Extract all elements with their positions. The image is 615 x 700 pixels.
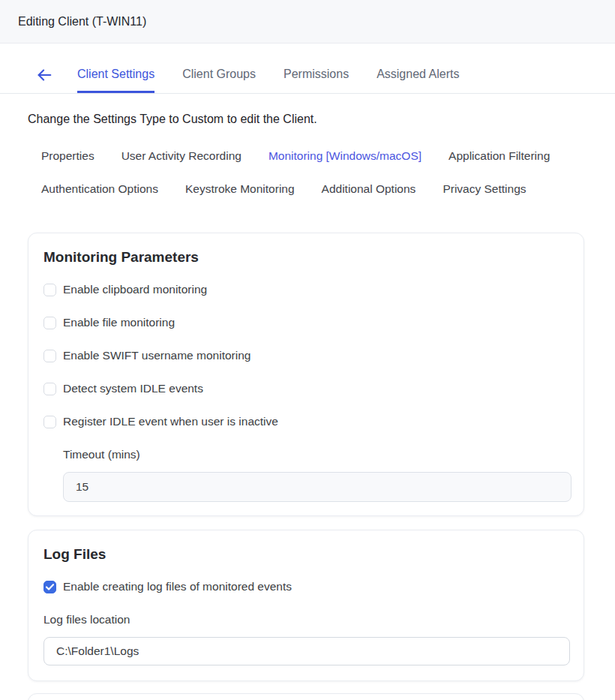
left-arrow-icon (36, 67, 52, 83)
checkbox-row: Enable file monitoring (44, 316, 568, 329)
settings-subtab-bar: Properties User Activity Recording Monit… (0, 140, 615, 206)
card-title: Monitoring Parameters (44, 248, 568, 266)
checkbox-label[interactable]: Enable creating log files of monitored e… (63, 580, 292, 593)
back-button[interactable] (35, 66, 53, 84)
main-tab-bar: Client Settings Client Groups Permission… (0, 66, 615, 94)
subtab-additional-options[interactable]: Additional Options (322, 173, 416, 206)
enable-log-files-checkbox[interactable] (44, 581, 56, 593)
log-files-location-label: Log files location (44, 613, 568, 626)
tab-assigned-alerts[interactable]: Assigned Alerts (376, 68, 459, 93)
file-monitoring-checkbox[interactable] (44, 317, 56, 329)
checkbox-row: Enable creating log files of monitored e… (44, 580, 568, 593)
log-files-location-input[interactable] (44, 637, 570, 665)
checkbox-label[interactable]: Enable clipboard monitoring (63, 283, 207, 296)
swift-username-monitoring-checkbox[interactable] (44, 350, 56, 362)
subtab-authentication-options[interactable]: Authentication Options (41, 173, 158, 206)
subtab-application-filtering[interactable]: Application Filtering (448, 140, 550, 173)
checkbox-label[interactable]: Register IDLE event when user is inactiv… (63, 415, 278, 428)
checkbox-label[interactable]: Enable file monitoring (63, 316, 175, 329)
subtab-user-activity-recording[interactable]: User Activity Recording (122, 140, 242, 173)
subtab-properties[interactable]: Properties (41, 140, 94, 173)
settings-type-notice: Change the Settings Type to Custom to ed… (28, 113, 615, 126)
subtab-privacy-settings[interactable]: Privacy Settings (442, 173, 526, 206)
tab-client-settings[interactable]: Client Settings (77, 68, 154, 93)
checkbox-row: Enable SWIFT username monitoring (44, 349, 568, 362)
checkmark-icon (46, 584, 54, 590)
subtab-monitoring-windows-macos[interactable]: Monitoring [Windows/macOS] (268, 140, 422, 173)
page-title: Editing Client (T-WIN11) (18, 15, 146, 29)
tab-permissions[interactable]: Permissions (284, 68, 349, 93)
timeout-input[interactable] (63, 472, 572, 502)
checkbox-row: Detect system IDLE events (44, 382, 568, 395)
checkbox-label[interactable]: Detect system IDLE events (63, 382, 203, 395)
monitoring-parameters-card: Monitoring Parameters Enable clipboard m… (28, 233, 584, 516)
window-title-bar: Editing Client (T-WIN11) (0, 0, 615, 44)
checkbox-label[interactable]: Enable SWIFT username monitoring (63, 349, 250, 362)
card-title: Log Files (44, 545, 568, 563)
next-card-partial (28, 693, 584, 700)
register-idle-event-checkbox[interactable] (44, 416, 56, 428)
clipboard-monitoring-checkbox[interactable] (44, 284, 56, 296)
detect-idle-events-checkbox[interactable] (44, 383, 56, 395)
log-files-card: Log Files Enable creating log files of m… (28, 530, 584, 681)
subtab-keystroke-monitoring[interactable]: Keystroke Monitoring (185, 173, 295, 206)
checkbox-row: Register IDLE event when user is inactiv… (44, 415, 568, 428)
timeout-label: Timeout (mins) (63, 448, 568, 461)
tab-client-groups[interactable]: Client Groups (182, 68, 256, 93)
checkbox-row: Enable clipboard monitoring (44, 283, 568, 296)
